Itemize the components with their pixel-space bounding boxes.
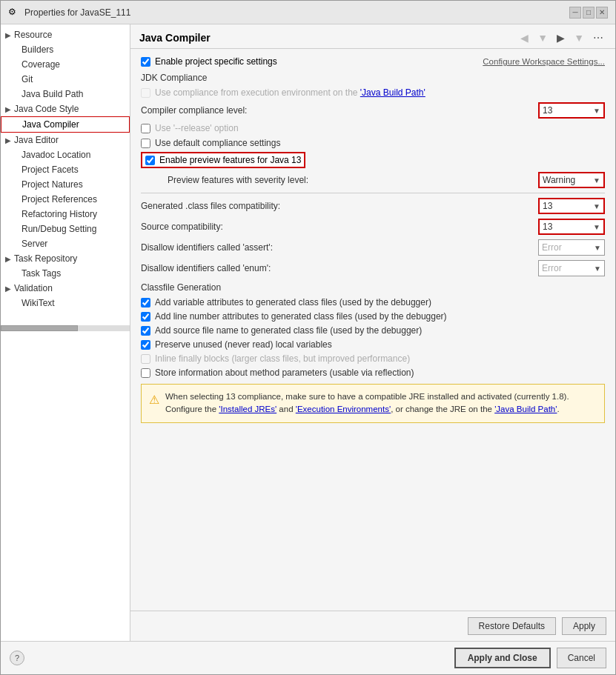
sidebar-item-task-repository[interactable]: ▶ Task Repository (1, 251, 130, 266)
check6-checkbox[interactable] (141, 368, 150, 378)
sidebar-item-java-editor[interactable]: ▶ Java Editor (1, 133, 130, 147)
disallow-enum-row: Disallow identifiers called 'enum': Erro… (141, 260, 605, 276)
generated-class-value: 13 (543, 201, 552, 211)
generated-class-dropdown[interactable]: 13 ▼ (538, 198, 605, 214)
use-compliance-row: Use compliance from execution environmen… (141, 87, 605, 98)
check4-label: Preserve unused (never read) local varia… (155, 339, 332, 350)
compiler-compliance-value: 13 (543, 105, 552, 116)
check2-row: Add line number attributes to generated … (141, 311, 605, 322)
check5-checkbox[interactable] (141, 354, 150, 364)
source-compat-label: Source compatibility: (141, 222, 538, 232)
dropdown-history-button[interactable]: ▼ (534, 30, 551, 45)
check1-label: Add variable attributes to generated cla… (155, 297, 431, 307)
minimize-button[interactable]: ─ (569, 7, 581, 19)
source-compat-dropdown[interactable]: 13 ▼ (538, 219, 605, 235)
dropdown-arrow-icon5: ▼ (594, 244, 601, 252)
java-build-path-link1[interactable]: 'Java Build Path' (360, 87, 425, 98)
sidebar-item-javadoc-location[interactable]: Javadoc Location (1, 147, 130, 162)
check5-label: Inline finally blocks (larger class file… (155, 353, 410, 364)
apply-and-close-button[interactable]: Apply and Close (454, 648, 551, 668)
apply-button[interactable]: Apply (562, 617, 606, 635)
window-icon: ⚙ (8, 7, 20, 19)
enable-preview-row: Enable preview features for Java 13 (141, 152, 305, 168)
title-controls: ─ □ ✕ (569, 7, 608, 19)
configure-workspace-link[interactable]: Configure Workspace Settings... (483, 57, 605, 66)
check5-row: Inline finally blocks (larger class file… (141, 353, 605, 364)
use-release-label: Use '--release' option (155, 123, 239, 133)
nav-icons: ◀ ▼ ▶ ▼ ⋯ (517, 30, 606, 45)
panel-body: Enable project specific settings Configu… (130, 49, 615, 611)
use-release-row: Use '--release' option (141, 123, 605, 133)
sidebar-item-project-natures[interactable]: Project Natures (1, 177, 130, 192)
source-compat-value: 13 (543, 222, 552, 232)
check3-label: Add source file name to generated class … (155, 325, 422, 336)
use-default-checkbox[interactable] (141, 139, 150, 148)
sidebar-scrollbar[interactable] (1, 325, 130, 331)
generated-class-label: Generated .class files compatibility: (141, 201, 538, 211)
use-compliance-checkbox[interactable] (141, 88, 150, 98)
enable-project-row: Enable project specific settings Configu… (141, 56, 605, 67)
check1-checkbox[interactable] (141, 298, 150, 307)
sidebar-item-server[interactable]: Server (1, 236, 130, 251)
sidebar-item-java-code-style[interactable]: ▶ Java Code Style (1, 102, 130, 116)
disallow-enum-label: Disallow identifiers called 'enum': (141, 263, 538, 273)
sidebar-item-refactoring-history[interactable]: Refactoring History (1, 207, 130, 222)
use-compliance-label: Use compliance from execution environmen… (155, 87, 425, 98)
disallow-assert-dropdown[interactable]: Error ▼ (538, 239, 605, 256)
forward-button[interactable]: ▶ (554, 30, 568, 45)
sidebar-item-run-debug[interactable]: Run/Debug Setting (1, 222, 130, 236)
back-button[interactable]: ◀ (517, 30, 531, 45)
right-panel: Java Compiler ◀ ▼ ▶ ▼ ⋯ Enable project s… (130, 24, 615, 641)
check3-row: Add source file name to generated class … (141, 325, 605, 336)
enable-project-left: Enable project specific settings (141, 56, 277, 67)
disallow-assert-row: Disallow identifiers called 'assert': Er… (141, 239, 605, 256)
chevron-right-icon: ▶ (5, 31, 11, 39)
maximize-button[interactable]: □ (583, 7, 595, 19)
use-release-checkbox[interactable] (141, 124, 150, 133)
panel-header: Java Compiler ◀ ▼ ▶ ▼ ⋯ (130, 24, 615, 49)
help-button[interactable]: ? (10, 651, 24, 665)
compiler-compliance-label: Compiler compliance level: (141, 105, 538, 116)
use-default-row: Use default compliance settings (141, 138, 605, 148)
java-build-path-link2[interactable]: 'Java Build Path' (494, 405, 557, 413)
sidebar-item-project-facets[interactable]: Project Facets (1, 162, 130, 177)
preview-severity-value: Warning (543, 175, 575, 185)
enable-project-checkbox[interactable] (141, 57, 150, 67)
execution-environments-link[interactable]: 'Execution Environments' (296, 405, 391, 413)
installed-jres-link[interactable]: 'Installed JREs' (219, 405, 276, 413)
check3-checkbox[interactable] (141, 326, 150, 336)
warning-box: ⚠ When selecting 13 compliance, make sur… (141, 384, 605, 423)
dropdown-forward-button[interactable]: ▼ (571, 30, 587, 45)
sidebar-item-task-tags[interactable]: Task Tags (1, 266, 130, 281)
chevron-right-icon5: ▶ (5, 285, 11, 293)
check4-checkbox[interactable] (141, 340, 150, 350)
compiler-compliance-dropdown[interactable]: 13 ▼ (538, 102, 605, 119)
disallow-enum-value: Error (542, 263, 562, 273)
check6-label: Store information about method parameter… (155, 368, 414, 378)
main-window: ⚙ Properties for JavaSE_111 ─ □ ✕ ▶ Reso… (0, 0, 616, 675)
sidebar-item-builders[interactable]: Builders (1, 42, 130, 57)
check2-checkbox[interactable] (141, 312, 150, 322)
preview-severity-dropdown[interactable]: Warning ▼ (538, 172, 605, 188)
sidebar-item-java-compiler[interactable]: Java Compiler (1, 116, 130, 133)
more-button[interactable]: ⋯ (590, 30, 606, 45)
sidebar-item-wikitext[interactable]: WikiText (1, 296, 130, 310)
cancel-button[interactable]: Cancel (557, 648, 606, 668)
chevron-right-icon3: ▶ (5, 136, 11, 144)
disallow-enum-dropdown[interactable]: Error ▼ (538, 260, 605, 276)
enable-preview-checkbox[interactable] (145, 156, 155, 165)
restore-defaults-button[interactable]: Restore Defaults (468, 617, 556, 635)
dropdown-arrow-icon6: ▼ (594, 265, 601, 273)
enable-project-label: Enable project specific settings (155, 56, 277, 67)
sidebar-item-java-build-path[interactable]: Java Build Path (1, 87, 130, 102)
preview-severity-label: Preview features with severity level: (141, 175, 538, 185)
sidebar-item-resource[interactable]: ▶ Resource (1, 27, 130, 42)
disallow-assert-value: Error (542, 242, 562, 253)
sidebar-item-project-references[interactable]: Project References (1, 192, 130, 207)
close-button[interactable]: ✕ (596, 7, 608, 19)
sidebar-item-coverage[interactable]: Coverage (1, 57, 130, 72)
sidebar-item-validation[interactable]: ▶ Validation (1, 281, 130, 296)
classfile-generation-header: Classfile Generation (141, 282, 605, 293)
sidebar-item-git[interactable]: Git (1, 72, 130, 87)
sidebar-scrollbar-thumb[interactable] (1, 325, 78, 331)
